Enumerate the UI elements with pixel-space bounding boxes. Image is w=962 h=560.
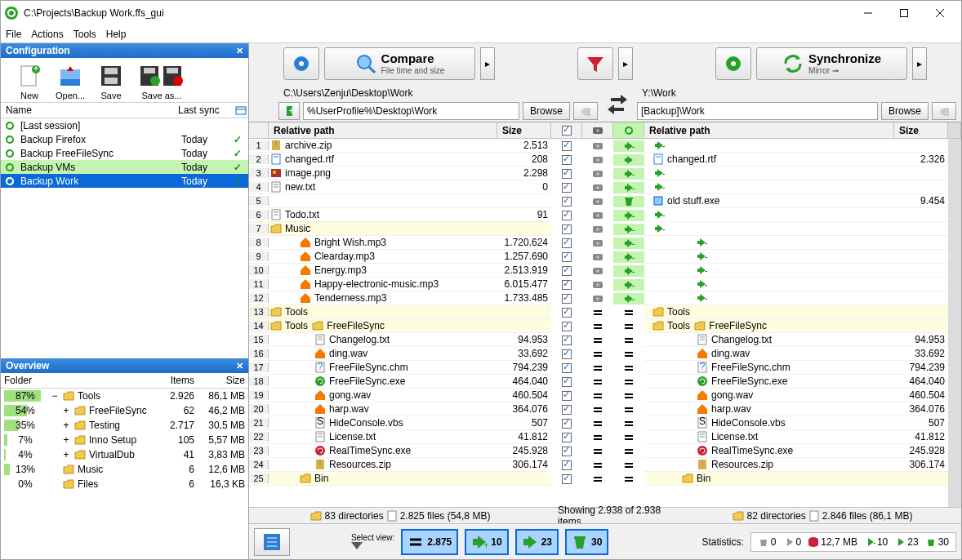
overview-row[interactable]: 7% + Inno Setup 105 5,57 MB	[1, 433, 248, 447]
grid-row-left[interactable]: 17? FreeFileSync.chm 794.239	[249, 361, 551, 375]
grid-row-mid[interactable]	[551, 153, 644, 167]
grid-row-right[interactable]: +	[644, 264, 948, 278]
compare-dropdown[interactable]: ▸	[480, 47, 495, 80]
grid-row-right[interactable]: harp.wav 364.076	[644, 402, 948, 416]
close-button[interactable]	[922, 2, 958, 24]
grid-row-mid[interactable]	[551, 458, 644, 472]
grid-row-left[interactable]: 24 Resources.zip 306.174	[249, 458, 551, 472]
grid-row-right[interactable]: changed.rtf 2.326	[644, 153, 948, 167]
row-action[interactable]: +	[613, 210, 644, 221]
row-check[interactable]	[551, 391, 582, 401]
maximize-button[interactable]	[886, 2, 922, 24]
grid-row-mid[interactable]	[551, 194, 644, 208]
grid-row-mid[interactable]	[551, 361, 644, 375]
grid-row-right[interactable]: +	[644, 236, 948, 250]
grid-row-left[interactable]: 4 new.txt 0	[249, 180, 551, 194]
row-action[interactable]	[613, 390, 644, 402]
grid-row-mid[interactable]	[551, 389, 644, 402]
sync-button[interactable]: Synchronize Mirror ➞	[756, 47, 907, 80]
grid-row-right[interactable]: FreeFileSync.exe 464.040	[644, 375, 948, 389]
left-cloud-button[interactable]	[573, 102, 598, 120]
grid-row-mid[interactable]	[551, 305, 644, 319]
log-button[interactable]	[254, 528, 290, 556]
grid-row-left[interactable]: 20 harp.wav 364.076	[249, 402, 551, 416]
expand-icon[interactable]: +	[61, 449, 71, 460]
grid-row-left[interactable]: 6 Todo.txt 91	[249, 208, 551, 222]
view-add-button[interactable]: + 10	[465, 529, 508, 555]
saveas-button[interactable]: Save as...	[133, 63, 190, 100]
sync-settings-button[interactable]	[715, 47, 751, 80]
row-action[interactable]	[613, 154, 644, 166]
row-action[interactable]	[613, 321, 644, 332]
grid-row-left[interactable]: 3 image.png 2.298	[249, 167, 551, 180]
grid-row-mid[interactable]: +	[551, 250, 644, 264]
grid-row-left[interactable]: 13 Tools	[249, 305, 551, 319]
row-check[interactable]	[551, 252, 582, 262]
grid-row-mid[interactable]	[551, 472, 644, 486]
add-folder-button[interactable]: +	[278, 102, 300, 120]
grid-row-left[interactable]: 23 RealTimeSync.exe 245.928	[249, 444, 551, 458]
overview-row[interactable]: 13% Music 6 12,6 MB	[1, 462, 248, 477]
grid-row-left[interactable]: 25 Bin	[249, 472, 551, 486]
row-action[interactable]: +	[613, 279, 644, 291]
view-equal-button[interactable]: 2.875	[401, 529, 458, 555]
config-row[interactable]: Backup VMs Today ✓	[1, 160, 248, 174]
row-action[interactable]: +	[613, 238, 644, 249]
row-check[interactable]	[551, 349, 582, 359]
grid-row-right[interactable]: ding.wav 33.692	[644, 347, 948, 361]
row-check[interactable]	[551, 141, 582, 151]
grid-row-right[interactable]: ? FreeFileSync.chm 794.239	[644, 361, 948, 375]
row-check[interactable]	[551, 155, 582, 165]
grid-row-left[interactable]: 9 Clearday.mp3 1.257.690	[249, 250, 551, 264]
grid-row-right[interactable]: Tools FreeFileSync	[644, 319, 948, 333]
row-check[interactable]	[551, 460, 582, 470]
grid-row-left[interactable]: 14Tools FreeFileSync	[249, 319, 551, 333]
expand-icon[interactable]: −	[50, 390, 60, 402]
open-button[interactable]: Open...	[51, 63, 89, 100]
grid-row-left[interactable]: 5	[249, 194, 551, 208]
row-action[interactable]: +	[613, 265, 644, 277]
row-action[interactable]	[613, 335, 644, 346]
grid-row-right[interactable]: Bin	[644, 472, 948, 486]
row-action[interactable]	[613, 446, 644, 457]
col-name[interactable]: Name	[1, 103, 173, 118]
row-check[interactable]	[551, 377, 582, 387]
ov-col-items[interactable]: Items	[158, 373, 198, 388]
row-action[interactable]	[613, 349, 644, 360]
grid-row-mid[interactable]	[551, 430, 644, 444]
row-action[interactable]	[613, 196, 644, 207]
ov-col-size[interactable]: Size	[198, 373, 248, 388]
overview-row[interactable]: 35% + Testing 2.717 30,5 MB	[1, 418, 248, 433]
grid-row-right[interactable]: +	[644, 180, 948, 194]
row-check[interactable]	[551, 363, 582, 373]
row-action[interactable]	[613, 473, 644, 485]
row-action[interactable]	[613, 362, 644, 374]
menu-file[interactable]: File	[6, 29, 21, 40]
expand-icon[interactable]: +	[61, 405, 71, 416]
row-action[interactable]: +	[613, 251, 644, 263]
grid-row-right[interactable]: old stuff.exe 9.454	[644, 194, 948, 208]
grid-row-mid[interactable]: +	[551, 167, 644, 180]
row-check[interactable]	[551, 197, 582, 207]
row-check[interactable]	[551, 419, 582, 429]
row-action[interactable]	[613, 460, 644, 471]
grid-row-right[interactable]: +	[644, 139, 948, 153]
sync-dropdown[interactable]: ▸	[912, 47, 927, 80]
grid-row-mid[interactable]: +	[551, 264, 644, 278]
grid-row-right[interactable]: +	[644, 222, 948, 236]
expand-icon[interactable]: +	[61, 434, 71, 446]
grid-row-mid[interactable]: +	[551, 222, 644, 236]
view-delete-button[interactable]: 30	[565, 529, 608, 555]
grid-row-mid[interactable]	[551, 319, 644, 333]
row-check[interactable]	[551, 474, 582, 484]
check-head[interactable]	[551, 122, 582, 138]
grid-row-mid[interactable]	[551, 402, 644, 416]
grid-row-left[interactable]: 1 archive.zip 2.513	[249, 139, 551, 153]
overview-row[interactable]: 0% Files 6 16,3 KB	[1, 477, 248, 491]
grid-row-right[interactable]: +	[644, 291, 948, 305]
scrollbar[interactable]	[948, 139, 961, 507]
right-cloud-button[interactable]	[932, 102, 956, 120]
grid-row-mid[interactable]	[551, 416, 644, 430]
right-browse-button[interactable]: Browse	[881, 102, 929, 120]
row-check[interactable]	[551, 433, 582, 442]
